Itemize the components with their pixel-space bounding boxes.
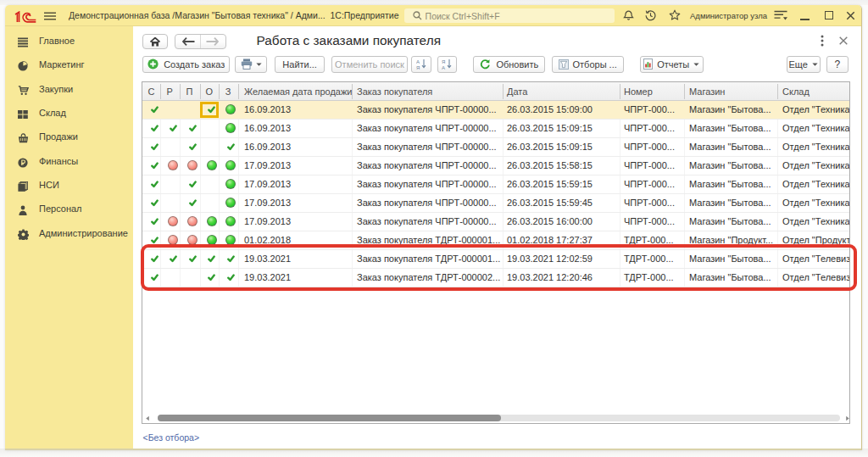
svg-text:А: А: [442, 65, 445, 70]
svg-text:Я: Я: [416, 65, 420, 70]
svg-text:А: А: [416, 59, 420, 64]
svg-text:Я: Я: [442, 59, 445, 64]
